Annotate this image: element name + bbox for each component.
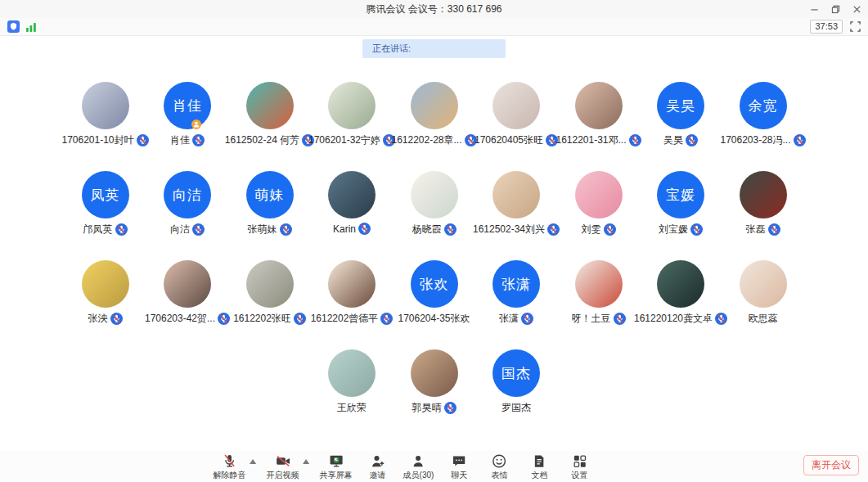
participant-name-text: 欧思蕊 xyxy=(749,312,778,326)
participant-tile[interactable]: 欧思蕊 xyxy=(722,260,804,326)
toolbar-group: 聊天 xyxy=(444,453,474,481)
participant-name-text: 杨晓霞 xyxy=(412,223,442,236)
network-signal-icon[interactable] xyxy=(25,22,37,32)
participant-tile[interactable]: 1706201-32宁婷 xyxy=(311,82,394,147)
participant-name: 呀！土豆 xyxy=(572,312,626,326)
toolbar-start-video-button[interactable]: 开启视频 xyxy=(267,453,299,481)
restore-icon[interactable] xyxy=(831,5,840,14)
participant-avatar xyxy=(740,171,787,218)
participant-tile[interactable]: 1612202曾德平 xyxy=(311,260,394,326)
participant-tile[interactable]: 宝媛刘宝媛 xyxy=(640,171,722,236)
participant-tile[interactable]: 1612202张旺 xyxy=(228,260,311,326)
participant-tile[interactable]: 张欢1706204-35张欢 xyxy=(393,260,475,326)
security-shield-icon[interactable] xyxy=(7,20,20,33)
participant-name: Karin xyxy=(333,223,371,235)
host-badge-icon xyxy=(191,119,201,129)
participant-name-text: 呀！土豆 xyxy=(572,312,611,326)
participant-name-text: 罗国杰 xyxy=(501,401,531,415)
toolbar-group: 开启视频 xyxy=(267,453,309,481)
participant-avatar: 张欢 xyxy=(411,260,458,308)
participant-tile[interactable]: 1612201-31邓... xyxy=(557,82,640,147)
participant-avatar: 张潇 xyxy=(492,260,540,308)
participant-avatar xyxy=(657,260,704,308)
participant-name-text: 刘雯 xyxy=(582,223,601,236)
participant-name: 王欣荣 xyxy=(337,401,367,415)
participant-tile[interactable]: 国杰罗国杰 xyxy=(475,349,558,415)
participant-tile[interactable]: 1612502-24 何芳 xyxy=(228,82,311,147)
meeting-window: 腾讯会议 会议号：330 617 696 37:53 正在讲话: 1706201… xyxy=(0,0,868,482)
participant-name-text: 170620405张旺 xyxy=(474,133,543,147)
participant-name: 170620405张旺 xyxy=(474,133,558,147)
leave-meeting-button[interactable]: 离开会议 xyxy=(803,455,859,475)
participant-tile[interactable]: Karin xyxy=(311,171,394,236)
toolbar-unmute-button[interactable]: 解除静音 xyxy=(214,453,246,481)
fullscreen-icon[interactable] xyxy=(850,21,861,32)
participant-avatar xyxy=(740,260,787,308)
toolbar-members-button[interactable]: 成员(30) xyxy=(403,453,434,481)
participant-name: 肖佳 xyxy=(170,133,205,147)
participant-tile[interactable]: 1706201-10封叶 xyxy=(64,82,146,147)
participant-name: 张泱 xyxy=(88,312,123,326)
participant-tile[interactable]: 呀！土豆 xyxy=(557,260,640,326)
minimize-icon[interactable] xyxy=(810,5,819,14)
participant-tile[interactable]: 1706203-42贺... xyxy=(146,260,229,326)
mic-muted-badge-icon xyxy=(192,134,205,146)
participant-name-text: 1612202曾德平 xyxy=(311,312,379,326)
participant-tile[interactable]: 张磊 xyxy=(722,171,804,236)
participant-tile[interactable]: 向洁向洁 xyxy=(146,171,229,236)
participants-row: 王欣荣郭昊晴国杰罗国杰 xyxy=(0,349,868,415)
participant-tile[interactable]: 吴昊吴昊 xyxy=(640,82,722,147)
participant-name: 罗国杰 xyxy=(501,401,531,415)
mic-muted-badge-icon xyxy=(794,134,806,146)
participant-tile[interactable]: 王欣荣 xyxy=(311,349,394,415)
participant-tile[interactable]: 郭昊晴 xyxy=(393,349,475,415)
mic-muted-badge-icon xyxy=(115,223,128,236)
toolbar-share-screen-button[interactable]: 共享屏幕 xyxy=(320,453,353,481)
participant-avatar: 宝媛 xyxy=(657,171,704,218)
participant-tile[interactable]: 凤英邝凤英 xyxy=(64,171,146,236)
toolbar-chat-button[interactable]: 聊天 xyxy=(444,453,474,481)
mic-muted-badge-icon xyxy=(444,402,456,414)
participant-tile[interactable]: 刘雯 xyxy=(557,171,640,236)
participant-name-text: 邝凤英 xyxy=(83,223,113,236)
participant-tile[interactable]: 1612502-34刘兴 xyxy=(475,171,558,236)
toolbar-label: 文档 xyxy=(531,470,547,481)
participant-tile[interactable]: 杨晓霞 xyxy=(393,171,475,236)
toolbar-label: 开启视频 xyxy=(267,470,299,481)
toolbar-emoji-button[interactable]: 表情 xyxy=(484,453,514,481)
participant-tile[interactable]: 1612202-28章... xyxy=(393,82,475,147)
participant-avatar xyxy=(492,171,540,218)
participant-name-text: 张潇 xyxy=(499,312,519,326)
toolbar-invite-button[interactable]: 邀请 xyxy=(363,453,393,481)
participant-tile[interactable]: 萌妹张萌妹 xyxy=(228,171,311,236)
participant-name: 1612202曾德平 xyxy=(311,312,394,326)
participants-row: 1706201-10封叶肖佳肖佳1612502-24 何芳1706201-32宁… xyxy=(0,82,868,147)
mic-muted-badge-icon xyxy=(110,313,123,325)
toolbar-docs-button[interactable]: 文档 xyxy=(524,453,554,481)
participant-avatar: 向洁 xyxy=(164,171,211,218)
participant-tile[interactable]: 161220120龚文卓 xyxy=(640,260,722,326)
participant-tile[interactable]: 张潇张潇 xyxy=(475,260,558,326)
participant-name: 张磊 xyxy=(746,223,780,236)
participant-name: 1612202张旺 xyxy=(233,312,306,326)
caret-up-icon[interactable] xyxy=(250,459,256,464)
participant-tile[interactable]: 170620405张旺 xyxy=(475,82,558,147)
participant-tile[interactable]: 肖佳肖佳 xyxy=(146,82,229,147)
settings-icon xyxy=(572,453,587,469)
participant-name-text: 张磊 xyxy=(746,223,766,236)
chat-icon xyxy=(451,453,467,469)
mic-muted-badge-icon xyxy=(604,223,616,236)
close-icon[interactable] xyxy=(852,5,861,14)
participants-grid: 1706201-10封叶肖佳肖佳1612502-24 何芳1706201-32宁… xyxy=(0,82,868,415)
mic-muted-badge-icon xyxy=(192,223,205,236)
participant-avatar xyxy=(328,171,376,218)
mic-muted-badge-icon xyxy=(614,313,626,325)
participant-tile[interactable]: 余宽1706203-28冯... xyxy=(722,82,804,147)
toolbar-settings-button[interactable]: 设置 xyxy=(564,453,594,481)
participant-avatar xyxy=(411,171,458,218)
participant-name: 刘雯 xyxy=(582,223,616,236)
toolbar-label: 聊天 xyxy=(451,470,467,481)
participant-tile[interactable]: 张泱 xyxy=(64,260,146,326)
caret-up-icon[interactable] xyxy=(303,459,309,464)
toolbar-label: 解除静音 xyxy=(214,470,246,481)
